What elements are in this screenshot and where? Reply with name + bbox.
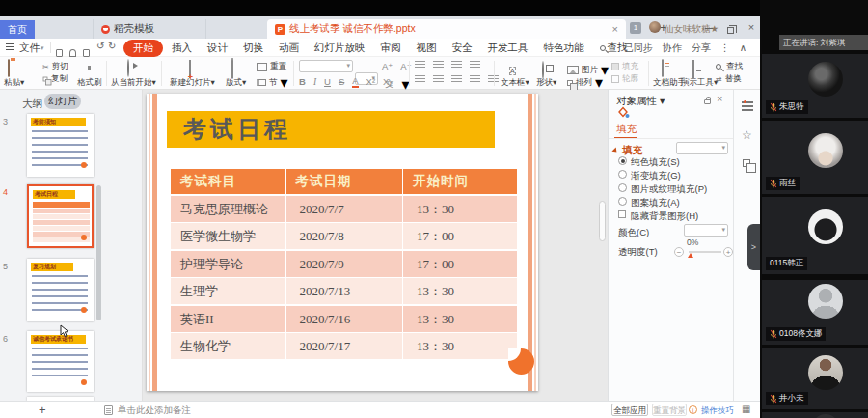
fill-tab[interactable]: 填充 [616, 123, 637, 136]
fill-preset-dropdown[interactable] [676, 142, 728, 154]
slide-thumbnail-4-selected[interactable]: 考试日程 [27, 184, 94, 248]
superscript-button[interactable]: X² [366, 76, 376, 87]
fill-section-title[interactable]: 填充 [622, 144, 642, 157]
reset-button[interactable]: 重置 [257, 61, 286, 72]
color-dropdown[interactable] [684, 224, 728, 237]
menu-design[interactable]: 设计 [200, 42, 235, 55]
slide-canvas[interactable]: 考试日程 考试科目 考试日期 开始时间 马克思原理概论 2020/7/7 13：… [143, 90, 608, 401]
menu-slideshow[interactable]: 幻灯片放映 [307, 42, 373, 55]
participant-tile[interactable]: 雨丝 [762, 121, 868, 194]
participant-tile-partial[interactable] [762, 412, 868, 418]
close-tab-icon[interactable]: × [612, 23, 618, 35]
slide-page[interactable]: 考试日程 考试科目 考试日期 开始时间 马克思原理概论 2020/7/7 13：… [147, 94, 538, 391]
participant-tile[interactable]: 井小未 [762, 348, 868, 409]
checkbox-hide-background[interactable] [618, 210, 626, 218]
star-icon[interactable]: ☆ [742, 128, 752, 142]
slide-thumbnail-6[interactable]: 诚信考试承诺书 [27, 331, 94, 392]
lock-icon[interactable] [704, 99, 711, 104]
participant-tile[interactable]: 朱思特 [762, 54, 868, 118]
tips-link[interactable]: 操作技巧 [701, 405, 734, 417]
undo-icon[interactable]: ↺ [96, 41, 104, 51]
doc-assistant-button[interactable] [662, 60, 664, 77]
transparency-minus-button[interactable]: − [674, 247, 684, 257]
canvas-scrollbar[interactable] [599, 201, 606, 241]
slide-thumbnail-5[interactable]: 复习规划 [27, 259, 94, 321]
italic-button[interactable]: I [313, 77, 316, 87]
menu-start[interactable]: 开始 [123, 40, 163, 57]
cut-button[interactable]: ✂剪切 [42, 61, 68, 72]
collapse-ribbon-icon[interactable]: ∧ [740, 42, 746, 53]
list-buttons[interactable] [415, 61, 485, 70]
menu-security[interactable]: 安全 [445, 42, 480, 55]
slide-thumbnail-3[interactable]: 考前须知 [27, 114, 94, 177]
slide-title[interactable]: 考试日程 [167, 111, 495, 148]
radio-gradient-fill[interactable] [618, 170, 627, 179]
redo-icon[interactable]: ↻ [108, 41, 116, 51]
radio-pattern-fill[interactable] [618, 197, 627, 206]
menu-features[interactable]: 特色功能 [536, 42, 592, 55]
hamburger-icon[interactable] [6, 46, 14, 47]
align-buttons[interactable] [415, 75, 503, 84]
exam-schedule-table[interactable]: 考试科目 考试日期 开始时间 马克思原理概论 2020/7/7 13：30 医学… [171, 169, 514, 359]
layers-icon[interactable] [743, 159, 750, 167]
apply-all-button[interactable]: 全部应用 [611, 404, 648, 416]
menu-devtools[interactable]: 开发工具 [480, 42, 536, 55]
home-tab[interactable]: 首页 [0, 20, 35, 39]
tab-outline[interactable]: 大纲 [22, 98, 42, 111]
font-color-button[interactable]: A [352, 75, 358, 88]
notification-badge[interactable]: 1 [630, 22, 641, 34]
radio-texture-fill[interactable] [618, 183, 627, 192]
section-collapse-icon[interactable] [611, 147, 618, 153]
shapes-label[interactable]: 形状▾ [536, 77, 556, 89]
copy-button[interactable]: 复制 [42, 73, 68, 85]
strikethrough-button[interactable]: S [339, 76, 344, 87]
layout-label[interactable]: 版式▾ [226, 77, 246, 89]
text-box-button[interactable]: A [509, 60, 516, 77]
play-from-current-label[interactable]: 从当前开始▾ [111, 77, 156, 89]
restore-button[interactable] [722, 20, 738, 35]
play-from-current-button[interactable] [127, 60, 129, 77]
font-name-select[interactable] [299, 60, 353, 72]
tab-document[interactable]: P 线上考试季 诚信不作弊.pptx × [267, 19, 626, 39]
participant-tile[interactable]: 0108佟文娜 [762, 280, 868, 345]
minimize-button[interactable] [701, 20, 717, 35]
properties-panel-icon[interactable] [742, 101, 753, 111]
tab-docer[interactable]: 稻壳模板 [93, 19, 206, 39]
transparency-plus-button[interactable]: + [723, 247, 733, 257]
replace-button[interactable]: ⇄替换 [716, 73, 742, 85]
file-menu[interactable]: 文件 [19, 42, 40, 55]
menu-transition[interactable]: 切换 [235, 42, 271, 55]
notes-placeholder[interactable]: 单击此处添加备注 [118, 404, 191, 417]
menu-insert[interactable]: 插入 [164, 42, 200, 55]
format-painter-label[interactable]: 格式刷 [77, 77, 102, 89]
radio-solid-fill[interactable] [618, 156, 627, 165]
new-slide-button[interactable] [189, 61, 191, 78]
transparency-slider-handle[interactable] [688, 253, 693, 258]
tab-slides[interactable]: 幻灯片 [44, 94, 81, 109]
bold-button[interactable]: B [299, 76, 306, 87]
menu-review[interactable]: 审阅 [373, 42, 409, 55]
thumbnail-scrollbar[interactable] [96, 185, 101, 320]
transparency-slider-track[interactable] [689, 251, 721, 253]
file-caret-icon[interactable]: ▾ [41, 44, 44, 52]
find-button[interactable]: 查找 [716, 61, 743, 72]
user-avatar[interactable] [649, 21, 661, 33]
grow-font-button[interactable]: A⁺ [382, 61, 393, 71]
participant-tile[interactable]: 0115韩正 [762, 197, 868, 274]
collaborate-button[interactable]: 协作 [663, 42, 682, 55]
present-tools-button[interactable] [692, 61, 694, 78]
close-button[interactable]: × [744, 20, 759, 35]
menu-animation[interactable]: 动画 [271, 42, 307, 55]
present-tools-label[interactable]: 演示工具▾ [681, 77, 718, 89]
add-slide-button[interactable]: + [39, 403, 46, 417]
panel-expander-tab[interactable]: > [747, 224, 760, 270]
shrink-font-button[interactable]: A⁻ [400, 61, 411, 71]
share-button[interactable]: 分享 [692, 42, 711, 55]
panel-close-icon[interactable]: × [717, 93, 722, 104]
grid-view-icon[interactable]: ▦ [742, 404, 750, 414]
text-box-label[interactable]: 文本框▾ [501, 77, 529, 89]
new-slide-label[interactable]: 新建幻灯片▾ [170, 77, 215, 89]
paste-button[interactable] [8, 60, 10, 77]
underline-button[interactable]: U [324, 76, 331, 87]
layout-button[interactable] [231, 61, 233, 78]
